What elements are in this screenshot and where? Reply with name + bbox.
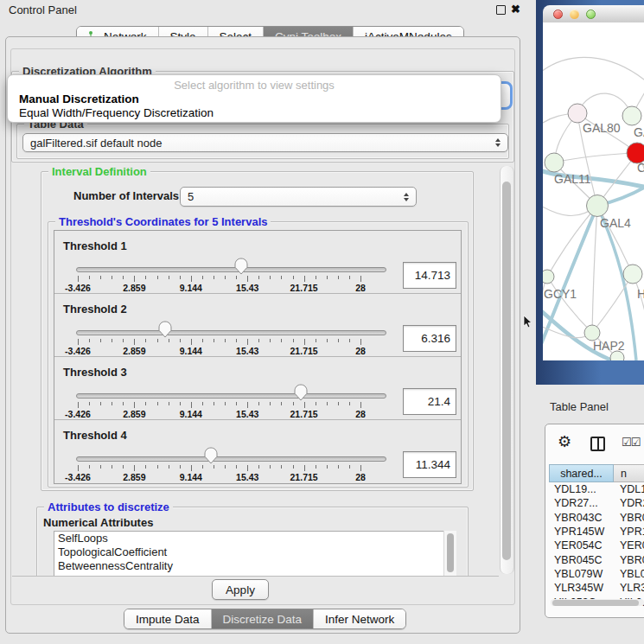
- attribute-list-item[interactable]: SelfLoops: [54, 532, 444, 545]
- network-window-titlebar[interactable]: [543, 5, 644, 23]
- tab-discretize-data[interactable]: Discretize Data: [211, 609, 314, 628]
- number-of-intervals-combobox[interactable]: 5: [180, 187, 417, 207]
- table-row[interactable]: YDL19...YDL1...: [549, 482, 644, 496]
- table-row[interactable]: YBL079WYBL0...: [549, 567, 644, 581]
- table-horizontal-scrollbar[interactable]: [551, 599, 644, 606]
- threshold-value-field[interactable]: 21.4: [403, 388, 456, 415]
- attribute-list-item[interactable]: TopologicalCoefficient: [54, 545, 444, 559]
- slider-track[interactable]: [76, 267, 386, 272]
- name-cell[interactable]: YLR3...: [614, 582, 644, 594]
- close-traffic-light[interactable]: [553, 10, 563, 19]
- slider-tick: [360, 402, 361, 408]
- name-cell[interactable]: YDL1...: [614, 483, 644, 495]
- shared-name-cell[interactable]: YBR043C: [549, 512, 614, 524]
- slider-thumb[interactable]: [294, 384, 308, 401]
- slider-tick: [236, 276, 237, 279]
- slider-tick: [214, 276, 214, 279]
- close-icon[interactable]: ✖: [511, 3, 520, 16]
- select-columns-icon[interactable]: ☑☑: [622, 436, 640, 449]
- float-window-icon[interactable]: [496, 5, 506, 15]
- gear-icon[interactable]: ⚙: [558, 434, 571, 450]
- network-node[interactable]: [543, 270, 554, 284]
- shared-name-cell[interactable]: YDR27...: [549, 497, 614, 509]
- name-cell[interactable]: YER0...: [614, 539, 644, 552]
- slider-tick: [270, 339, 271, 342]
- slider-tick: [180, 465, 181, 469]
- slider-thumb[interactable]: [234, 258, 248, 275]
- shared-name-cell[interactable]: YBL079W: [549, 568, 614, 580]
- slider-tick-label: 9.144: [169, 346, 213, 356]
- shared-name-cell[interactable]: YER054C: [549, 539, 614, 552]
- slider-tick: [258, 465, 259, 469]
- number-of-intervals-value: 5: [188, 190, 194, 203]
- slider-tick: [281, 276, 282, 279]
- slider-track[interactable]: [76, 456, 386, 462]
- network-node[interactable]: [623, 265, 642, 284]
- slider-tick: [89, 402, 90, 405]
- slider-tick: [293, 402, 294, 405]
- shared-name-cell[interactable]: YDL19...: [549, 483, 614, 495]
- table-row[interactable]: YPR145WYPR1...: [549, 525, 644, 539]
- slider-tick: [304, 465, 305, 471]
- slider-tick: [100, 276, 101, 279]
- shared-name-cell[interactable]: YBR045C: [549, 554, 614, 566]
- table-row[interactable]: YER054CYER0...: [549, 539, 644, 552]
- slider-tick: [78, 465, 79, 471]
- name-cell[interactable]: YDR2...: [614, 497, 644, 509]
- popup-option-manual[interactable]: Manual Discretization: [19, 92, 139, 105]
- slider-tick: [112, 276, 112, 279]
- slider-tick: [281, 339, 282, 342]
- slider-track[interactable]: [76, 393, 386, 399]
- column-layout-icon[interactable]: [590, 437, 605, 451]
- table-scrollbar-thumb[interactable]: [552, 600, 639, 606]
- settings-scrollbar-thumb[interactable]: [502, 182, 511, 560]
- table-toolbar: ⚙ ☑☑: [545, 424, 644, 461]
- name-cell[interactable]: YBR0...: [614, 512, 644, 524]
- network-node[interactable]: [587, 195, 609, 217]
- zoom-traffic-light[interactable]: [586, 10, 596, 19]
- tab-infer-network[interactable]: Infer Network: [313, 609, 405, 628]
- slider-tick: [157, 339, 158, 342]
- network-node[interactable]: [568, 104, 587, 123]
- network-canvas[interactable]: GAL80GACGAL11GAL4GCY1HHAP2: [543, 22, 644, 360]
- attributes-scrollbar-thumb[interactable]: [447, 533, 454, 572]
- table-data-combobox[interactable]: galFiltered.sif default node: [22, 133, 508, 152]
- shared-name-cell[interactable]: YPR145W: [549, 526, 614, 538]
- attribute-list-item[interactable]: BetweennessCentrality: [54, 559, 444, 573]
- slider-tick: [145, 402, 146, 405]
- shared-name-cell[interactable]: YLR345W: [549, 582, 614, 594]
- numerical-attributes-list[interactable]: SelfLoopsTopologicalCoefficientBetweenne…: [54, 531, 445, 577]
- slider-tick-label: 9.144: [169, 283, 213, 293]
- interval-definition-title: Interval Definition: [48, 165, 150, 178]
- settings-vertical-scrollbar[interactable]: [500, 166, 514, 574]
- threshold-value-field[interactable]: 6.316: [403, 325, 456, 352]
- name-cell[interactable]: YPR1...: [614, 526, 644, 538]
- column-header-shared-name[interactable]: shared...: [549, 464, 614, 482]
- name-cell[interactable]: YBR0...: [614, 554, 644, 566]
- attributes-list-scrollbar[interactable]: [443, 531, 456, 577]
- slider-tick-label: 21.715: [283, 409, 326, 419]
- slider-tick: [349, 276, 350, 279]
- column-header-name[interactable]: n: [614, 464, 644, 482]
- table-row[interactable]: YBR043CYBR0...: [549, 511, 644, 525]
- popup-option-equal-width[interactable]: Equal Width/Frequency Discretization: [19, 106, 214, 119]
- slider-tick-label: 15.43: [226, 283, 269, 293]
- slider-tick: [338, 402, 339, 405]
- threshold-value-field[interactable]: 11.344: [403, 451, 456, 478]
- network-node[interactable]: [545, 153, 564, 172]
- slider-thumb[interactable]: [158, 321, 172, 338]
- tab-label: Discretize Data: [223, 613, 303, 626]
- slider-track[interactable]: [76, 330, 386, 335]
- minimize-traffic-light[interactable]: [570, 10, 579, 19]
- network-node[interactable]: [622, 106, 641, 125]
- table-row[interactable]: YDR27...YDR2...: [549, 496, 644, 510]
- slider-tick: [180, 339, 181, 342]
- threshold-value-field[interactable]: 14.713: [403, 262, 456, 289]
- table-row[interactable]: YLR345WYLR3...: [549, 581, 644, 595]
- name-cell[interactable]: YBL0...: [614, 568, 644, 580]
- tab-impute-data[interactable]: Impute Data: [124, 609, 211, 628]
- apply-button[interactable]: Apply: [212, 579, 269, 600]
- slider-tick: [349, 402, 350, 405]
- table-row[interactable]: YBR045CYBR0...: [549, 552, 644, 566]
- slider-thumb[interactable]: [204, 447, 218, 464]
